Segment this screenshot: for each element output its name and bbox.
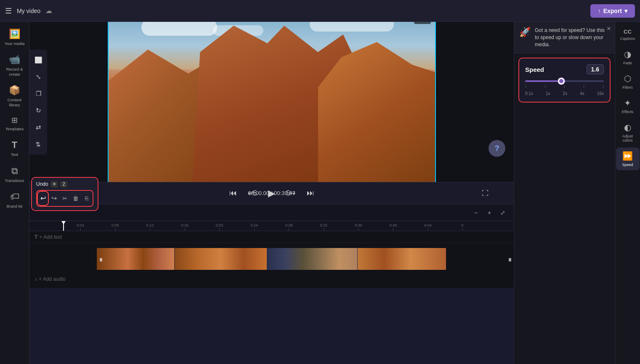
sidebar-item-record-create[interactable]: 📹 Record &create (2, 51, 28, 80)
sidebar-item-label: Your media (5, 41, 25, 46)
sidebar-item-content-library[interactable]: 📦 Contentlibrary (2, 82, 28, 111)
picture-in-picture-button[interactable]: ❐ (31, 87, 45, 101)
video-canvas: 16:9 (108, 22, 436, 193)
effects-tool[interactable]: ✦ Effects (616, 95, 640, 117)
notification-emoji: 🚀 (519, 27, 531, 38)
speed-markers: 0.1x 1x 2x 4x 16x (525, 91, 604, 96)
rotate-button[interactable]: ↻ (31, 103, 45, 118)
redo-button[interactable]: ↪ (50, 193, 58, 204)
topbar: ☰ My video ☁ ↑ Export ▾ (0, 0, 640, 22)
ruler-mark: 0: (445, 221, 480, 231)
zoom-in-button[interactable]: + (483, 207, 495, 219)
right-side: 🚀 Got a need for speed? Use this to spee… (514, 22, 640, 364)
save-to-cloud-icon[interactable]: ☁ (45, 7, 52, 15)
brand-kit-icon: 🏷 (10, 191, 19, 202)
sidebar-item-label: Brand kit (7, 204, 23, 208)
undo-button[interactable]: ↩ (39, 193, 47, 204)
speed-tick (545, 85, 545, 88)
flip-h-button[interactable]: ⇄ (31, 120, 45, 135)
speed-marker-1x: 1x (546, 91, 550, 96)
timeline-area: Undo ⌘ Z ↩ ↪ ✂ 🗑 ⎘ (29, 204, 514, 288)
export-button[interactable]: ↑ Export ▾ (590, 4, 635, 18)
video-preview: ⬜ ⤡ ❐ ↻ ⇄ ⇄ (29, 22, 514, 182)
fit-to-frame-button[interactable]: ⬜ (31, 53, 45, 67)
speed-tick (584, 85, 584, 88)
adjust-colors-icon: ◐ (624, 122, 631, 132)
sidebar-item-transitions[interactable]: ⧉ Transitions (2, 162, 28, 186)
text-track-icon: T (35, 234, 37, 240)
ruler-mark: 0:12 (133, 221, 167, 231)
sidebar-item-your-media[interactable]: 🖼️ Your media (2, 25, 28, 49)
ruler-mark: 0:36 (341, 221, 376, 231)
your-media-icon: 🖼️ (9, 29, 20, 40)
speed-header: Speed 1.6 (525, 64, 604, 74)
total-time: 00:39.97 (274, 190, 295, 196)
fade-tool[interactable]: ◑ Fade (616, 46, 640, 69)
add-audio-label: + Add audio (39, 276, 66, 282)
speed-marker-01x: 0.1x (525, 91, 533, 96)
add-text-track-button[interactable]: T + Add text (29, 231, 514, 243)
video-frame (108, 22, 436, 193)
notification-close-button[interactable]: ✕ (606, 25, 611, 32)
speed-tick (526, 85, 526, 88)
filters-tool[interactable]: ⬡ Filters (616, 70, 640, 93)
speed-value[interactable]: 1.6 (587, 64, 604, 74)
crop-button[interactable]: ⤡ (31, 70, 45, 84)
undo-redo-buttons: ↩ ↪ ✂ 🗑 ⎘ (36, 190, 93, 207)
aspect-ratio-badge: 16:9 (414, 22, 430, 24)
help-button[interactable]: ? (489, 140, 505, 157)
flip-v-button[interactable]: ⇄ (31, 137, 45, 151)
captions-label: Captions (620, 37, 635, 41)
video-strip[interactable]: ⏸ ⏸ (63, 246, 514, 270)
current-time: 00:00.00 (248, 190, 269, 196)
timeline-playhead[interactable] (63, 221, 64, 231)
split-button[interactable]: ⎘ (82, 193, 91, 204)
vertical-toolbar: ⬜ ⤡ ❐ ↻ ⇄ ⇄ (29, 50, 47, 155)
playhead-handle (61, 221, 66, 224)
sidebar-item-text[interactable]: T Text (2, 136, 28, 160)
add-text-label: + Add text (39, 234, 62, 240)
sidebar-item-templates[interactable]: ⊞ Templates (2, 112, 28, 135)
speed-ticks (525, 85, 604, 88)
speed-marker-2x: 2x (563, 91, 568, 96)
far-right-tools: CC Captions ◑ Fade ⬡ Filters ✦ Effects ◐… (615, 22, 640, 364)
zoom-out-button[interactable]: − (470, 207, 482, 219)
speed-tool[interactable]: ⏩ Speed (616, 148, 640, 170)
captions-tool[interactable]: CC Captions (616, 25, 640, 44)
notification-text: Got a need for speed? Use this to speed … (535, 27, 610, 48)
sidebar-item-brand-kit[interactable]: 🏷 Brand kit (2, 188, 28, 212)
adjust-colors-label: Adjustcolors (622, 134, 633, 142)
transitions-icon: ⧉ (11, 166, 18, 177)
cut-button[interactable]: ✂ (61, 193, 69, 204)
expand-timeline-button[interactable]: ⤢ (497, 207, 509, 219)
timeline-wrapper: Undo ⌘ Z ↩ ↪ ✂ 🗑 ⎘ (29, 204, 514, 364)
ruler-mark: 0:44 (411, 221, 446, 231)
sidebar-item-label: Transitions (5, 178, 24, 183)
add-audio-track-button[interactable]: ♪ + Add audio (29, 273, 514, 285)
undo-shortcut-cmd: ⌘ (51, 181, 58, 187)
speed-tick (564, 85, 565, 88)
speed-slider-container (525, 80, 604, 82)
text-icon: T (12, 140, 17, 150)
undo-tooltip-text: Undo ⌘ Z (36, 181, 93, 187)
effects-icon: ✦ (624, 98, 631, 108)
skip-forward-button[interactable]: ⏭ (304, 187, 317, 200)
fullscreen-button[interactable]: ⛶ (482, 190, 489, 197)
skip-back-button[interactable]: ⏮ (227, 187, 239, 200)
sidebar-item-label: Templates (5, 127, 24, 131)
fade-icon: ◑ (624, 49, 631, 59)
templates-icon: ⊞ (11, 116, 18, 125)
delete-button[interactable]: 🗑 (72, 193, 80, 204)
fade-label: Fade (623, 61, 632, 65)
export-upload-icon: ↑ (598, 8, 601, 14)
adjust-colors-tool[interactable]: ◐ Adjustcolors (616, 119, 640, 146)
speed-marker-16x: 16x (597, 91, 604, 96)
playback-controls: ⏮ ↩5 ▶ 5↪ ⏭ 00:00.00 / 00:39.97 ⛶ (29, 182, 514, 204)
speed-slider-thumb[interactable] (558, 78, 565, 84)
zoom-controls: − + ⤢ (470, 207, 509, 219)
speed-tool-label: Speed (622, 163, 633, 167)
menu-icon[interactable]: ☰ (5, 6, 12, 16)
captions-icon: CC (624, 29, 632, 35)
center-area: ⬜ ⤡ ❐ ↻ ⇄ ⇄ (29, 22, 514, 364)
project-title[interactable]: My video (17, 8, 40, 14)
